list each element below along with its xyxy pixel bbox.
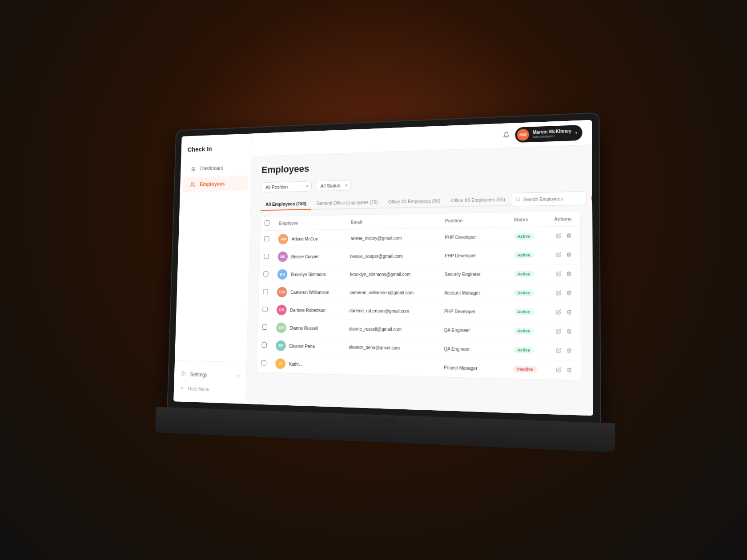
sidebar: Check In ⊞ Dashboard Employees — [173, 133, 253, 404]
position-filter-wrap: All Position PHP Developer QA Engineer A… — [261, 181, 312, 192]
employee-email: bessie_cooper@gmail.com — [346, 247, 440, 265]
status-filter[interactable]: All Status Active Inactive — [316, 180, 351, 191]
tab-all-employees[interactable]: All Employees (184) — [261, 198, 312, 211]
status-filter-wrap: All Status Active Inactive — [316, 180, 351, 191]
employee-name: Dianne Russell — [289, 325, 318, 331]
table-row: CW Cameron Williamson cameron_williamson… — [259, 283, 581, 303]
edit-button[interactable] — [554, 232, 563, 240]
employee-position: Security Engineer — [440, 264, 509, 283]
settings-icon — [181, 370, 186, 378]
row-checkbox[interactable] — [264, 236, 269, 241]
avatar: DR — [276, 323, 286, 333]
edit-button[interactable] — [554, 270, 563, 278]
hide-menu-icon — [180, 385, 185, 392]
col-header-position: Position — [440, 212, 509, 228]
tab-all-label: All Employees (184) — [265, 201, 306, 207]
employee-email: dianne_russell@gmail.com — [345, 320, 440, 339]
table-row: AM Arlene McCoy arlene_mccoy@gmail.com P… — [260, 226, 580, 248]
sidebar-item-employees[interactable]: Employees — [183, 176, 248, 192]
add-employee-button[interactable]: Add Employee — [591, 191, 593, 204]
delete-button[interactable] — [565, 232, 574, 240]
status-badge: Inactive — [514, 366, 537, 373]
tab-office3[interactable]: Office #3 Employees (55) — [446, 193, 510, 207]
settings-chevron-icon: ▾ — [237, 373, 240, 378]
screen-bezel: Check In ⊞ Dashboard Employees — [168, 113, 600, 423]
delete-button[interactable] — [565, 347, 574, 355]
filters-row: All Position PHP Developer QA Engineer A… — [261, 174, 581, 192]
sidebar-item-dashboard[interactable]: ⊞ Dashboard — [184, 160, 249, 176]
user-role: Administrator — [533, 133, 571, 139]
status-badge: Active — [514, 308, 534, 315]
col-header-email: Email — [346, 214, 441, 230]
employee-position: QA Engineer — [439, 339, 509, 359]
select-all-checkbox[interactable] — [265, 220, 269, 226]
search-icon — [516, 196, 521, 204]
sort-icon: ↕ — [300, 221, 302, 225]
page-title: Employees — [261, 155, 581, 176]
avatar: DR — [277, 305, 287, 316]
screen: Check In ⊞ Dashboard Employees — [173, 120, 593, 416]
employees-icon — [189, 181, 196, 188]
tab-office3-label: Office #3 Employees (55) — [451, 196, 505, 203]
delete-button[interactable] — [565, 366, 574, 375]
employee-email: eleanor_pena@gmail.com — [344, 338, 439, 358]
employee-name: Eleanor Pena — [289, 344, 315, 349]
delete-button[interactable] — [565, 289, 574, 297]
delete-button[interactable] — [565, 251, 574, 259]
employee-name: Bessie Cooper — [291, 254, 319, 259]
row-checkbox[interactable] — [263, 272, 268, 277]
sidebar-item-label-dashboard: Dashboard — [200, 165, 223, 172]
actions-row: Add Employee — [510, 190, 593, 206]
laptop-wrapper: Check In ⊞ Dashboard Employees — [167, 113, 600, 452]
trackpad — [345, 416, 398, 428]
employee-position: PHP Developer — [440, 302, 509, 321]
delete-button[interactable] — [565, 308, 574, 316]
row-checkbox[interactable] — [262, 307, 267, 312]
user-menu[interactable]: MM Marvin McKinney Administrator ▾ — [515, 125, 582, 143]
employee-email: darlene_robertson@gmail.com — [345, 301, 440, 320]
employee-position: Account Manager — [440, 284, 509, 303]
employee-position: PHP Developer — [440, 246, 509, 265]
row-checkbox[interactable] — [262, 342, 267, 348]
row-checkbox[interactable] — [262, 324, 267, 330]
hide-menu-button[interactable]: Hide Menu — [174, 382, 246, 397]
tab-office2[interactable]: Office #2 Employees (56) — [383, 195, 446, 208]
avatar: K — [275, 358, 285, 369]
settings-label: Settings — [190, 371, 207, 378]
employee-email: brooklyn_simmons@gmail.com — [345, 265, 440, 284]
notification-bell-icon[interactable] — [503, 132, 510, 140]
delete-button[interactable] — [565, 270, 574, 278]
employee-position: Project Manager — [439, 358, 509, 378]
avatar: MM — [517, 129, 529, 141]
col-header-employee: Employee ↕ — [274, 215, 346, 230]
search-input[interactable] — [523, 196, 581, 202]
user-menu-chevron-icon: ▾ — [575, 131, 578, 135]
position-filter[interactable]: All Position PHP Developer QA Engineer A… — [261, 181, 312, 192]
row-checkbox[interactable] — [263, 289, 268, 294]
row-checkbox[interactable] — [261, 360, 266, 365]
edit-button[interactable] — [554, 308, 563, 316]
table-row: BC Bessie Cooper bessie_cooper@gmail.com… — [260, 245, 581, 266]
employees-table-wrap: Employee ↕ Email Position Status Actions — [257, 211, 581, 381]
edit-button[interactable] — [554, 251, 563, 259]
tabs-and-actions: All Employees (184) General Office Emplo… — [261, 191, 581, 211]
table-row: BS Brooklyn Simmons brooklyn_simmons@gma… — [259, 264, 581, 284]
edit-button[interactable] — [554, 366, 564, 374]
search-box[interactable] — [510, 191, 586, 206]
employees-table: Employee ↕ Email Position Status Actions — [257, 211, 581, 380]
row-checkbox[interactable] — [264, 254, 269, 259]
employee-name: Brooklyn Simmons — [291, 272, 326, 277]
delete-button[interactable] — [565, 328, 574, 336]
tab-general-office[interactable]: General Office Employees (73) — [311, 196, 383, 210]
avatar: EP — [276, 340, 286, 351]
edit-button[interactable] — [554, 347, 564, 355]
app-logo: Check In — [181, 140, 252, 162]
sidebar-item-label-employees: Employees — [200, 181, 225, 188]
sidebar-item-settings[interactable]: Settings ▾ — [174, 366, 246, 384]
avatar: AM — [278, 234, 289, 244]
status-badge: Active — [514, 233, 534, 240]
svg-point-1 — [183, 372, 184, 374]
edit-button[interactable] — [554, 328, 564, 336]
page-body: Employees All Position PHP Developer QA … — [246, 145, 593, 416]
edit-button[interactable] — [554, 289, 563, 297]
